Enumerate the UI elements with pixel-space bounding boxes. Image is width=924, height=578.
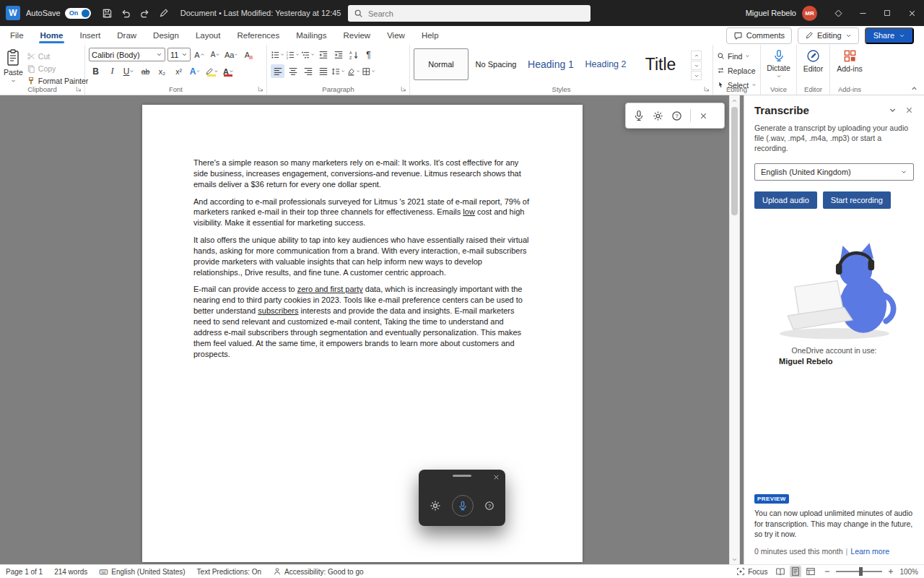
accessibility-indicator[interactable]: Accessibility: Good to go — [273, 567, 364, 576]
superscript-button[interactable]: x² — [172, 64, 186, 78]
style-heading2[interactable]: Heading 2 — [578, 48, 633, 80]
shading-button[interactable] — [346, 64, 360, 78]
paragraph-dialog-launcher-icon[interactable] — [400, 85, 407, 92]
clear-formatting-button[interactable]: A — [240, 48, 254, 61]
bullets-button[interactable] — [271, 48, 284, 61]
mic-icon[interactable] — [633, 110, 645, 121]
print-layout-icon[interactable] — [790, 566, 801, 577]
tab-references[interactable]: References — [235, 28, 281, 43]
grow-font-button[interactable]: A — [193, 48, 206, 61]
increase-indent-button[interactable] — [331, 48, 345, 61]
font-color-button[interactable]: A — [222, 64, 235, 78]
minimize-button[interactable] — [850, 0, 875, 26]
styles-gallery-more-button[interactable] — [691, 71, 702, 80]
learn-more-link[interactable]: Learn more — [850, 547, 889, 556]
scrollbar-thumb[interactable] — [731, 107, 738, 215]
zoom-slider[interactable] — [836, 571, 882, 572]
document-page[interactable]: There's a simple reason so many marketer… — [142, 105, 583, 562]
maximize-button[interactable] — [875, 0, 899, 26]
tab-home[interactable]: Home — [39, 28, 65, 43]
word-logo[interactable]: W — [6, 6, 20, 20]
web-layout-icon[interactable] — [806, 566, 816, 577]
styles-gallery-up-button[interactable] — [691, 51, 702, 60]
tab-view[interactable]: View — [385, 28, 406, 43]
word-count[interactable]: 214 words — [54, 568, 87, 576]
zoom-in-icon[interactable] — [887, 568, 894, 575]
borders-button[interactable] — [362, 64, 375, 78]
read-mode-icon[interactable] — [775, 566, 785, 577]
tab-draw[interactable]: Draw — [116, 28, 138, 43]
underline-button[interactable]: U — [122, 64, 136, 78]
scroll-down-icon[interactable] — [730, 554, 739, 564]
mic-button[interactable] — [452, 495, 474, 517]
dictate-button[interactable]: Dictate — [764, 48, 793, 79]
change-case-button[interactable]: Aa — [225, 48, 238, 61]
redo-button[interactable] — [136, 3, 154, 23]
drag-handle[interactable] — [453, 475, 471, 477]
page-indicator[interactable]: Page 1 of 1 — [6, 568, 43, 576]
language-dropdown[interactable]: English (United Kingdom) — [754, 163, 914, 181]
align-right-button[interactable] — [301, 64, 315, 78]
save-button[interactable] — [98, 3, 117, 23]
tab-design[interactable]: Design — [152, 28, 180, 43]
document-title[interactable]: Document • Last Modified: Yesterday at 1… — [180, 9, 341, 17]
line-spacing-button[interactable] — [331, 64, 345, 78]
justify-button[interactable] — [316, 64, 330, 78]
paste-button[interactable]: Paste — [4, 48, 23, 84]
share-button[interactable]: Share — [865, 27, 914, 44]
styles-gallery-down-button[interactable] — [691, 61, 702, 70]
start-recording-button[interactable]: Start recording — [823, 191, 891, 209]
presence-icon[interactable] — [826, 0, 850, 26]
sort-button[interactable] — [346, 48, 360, 61]
tab-mailings[interactable]: Mailings — [295, 28, 328, 43]
focus-button[interactable]: Focus — [736, 567, 767, 576]
replace-button[interactable]: Replace — [717, 64, 757, 77]
autosave-toggle[interactable]: On — [65, 8, 91, 19]
style-normal[interactable]: Normal — [414, 48, 468, 80]
styles-dialog-launcher-icon[interactable] — [703, 85, 710, 92]
pane-collapse-icon[interactable] — [888, 105, 897, 115]
highlight-button[interactable] — [205, 64, 219, 78]
tab-insert[interactable]: Insert — [78, 28, 102, 43]
cut-button[interactable]: Cut — [27, 50, 88, 62]
scroll-up-icon[interactable] — [730, 95, 739, 105]
italic-button[interactable]: I — [105, 64, 119, 78]
gear-icon[interactable] — [653, 111, 663, 121]
help-icon[interactable] — [671, 111, 682, 121]
close-icon[interactable] — [492, 473, 500, 481]
comments-button[interactable]: Comments — [726, 27, 792, 44]
decrease-indent-button[interactable] — [316, 48, 330, 61]
upload-audio-button[interactable]: Upload audio — [754, 191, 817, 209]
tab-layout[interactable]: Layout — [194, 28, 222, 43]
help-icon[interactable] — [484, 501, 494, 511]
shrink-font-button[interactable]: A — [209, 48, 222, 61]
show-formatting-button[interactable]: ¶ — [362, 48, 375, 61]
style-title[interactable]: Title — [633, 48, 688, 80]
search-input[interactable] — [368, 9, 585, 18]
dictation-widget[interactable] — [419, 470, 505, 526]
align-center-button[interactable] — [286, 64, 300, 78]
close-icon[interactable] — [699, 111, 708, 121]
style-heading1[interactable]: Heading 1 — [523, 48, 578, 80]
editing-mode-button[interactable]: Editing — [798, 27, 859, 44]
multilevel-list-button[interactable] — [301, 48, 315, 61]
copy-button[interactable]: Copy — [27, 62, 88, 74]
tab-file[interactable]: File — [9, 28, 25, 43]
clipboard-dialog-launcher-icon[interactable] — [75, 85, 82, 92]
gear-icon[interactable] — [430, 500, 441, 512]
undo-button[interactable] — [117, 3, 136, 23]
bold-button[interactable]: B — [89, 64, 103, 78]
avatar[interactable]: MR — [802, 6, 817, 21]
search-box[interactable] — [348, 5, 590, 22]
font-dialog-launcher-icon[interactable] — [257, 85, 264, 92]
zoom-out-icon[interactable] — [824, 568, 831, 575]
find-button[interactable]: Find — [717, 50, 757, 62]
addins-button[interactable]: Add-ins — [834, 48, 866, 73]
close-button[interactable] — [899, 0, 924, 26]
text-predictions-indicator[interactable]: Text Predictions: On — [197, 568, 261, 576]
pen-icon[interactable] — [154, 3, 173, 23]
strikethrough-button[interactable]: ab — [139, 64, 152, 78]
numbering-button[interactable] — [286, 48, 300, 61]
pane-close-icon[interactable] — [905, 105, 914, 115]
tab-help[interactable]: Help — [420, 28, 440, 43]
